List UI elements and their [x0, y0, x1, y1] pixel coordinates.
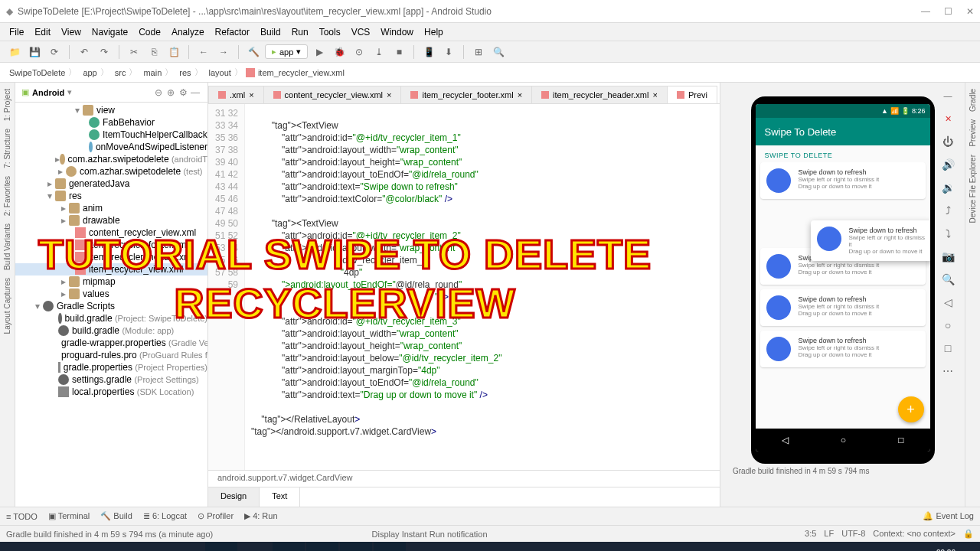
sync-icon[interactable]: ⟳	[46, 44, 63, 60]
menu-tools[interactable]: Tools	[315, 25, 345, 39]
menu-run[interactable]: Run	[287, 25, 313, 39]
node-footer[interactable]: item_recycler_footer.xml	[89, 240, 188, 250]
emu-home-icon[interactable]: ○	[939, 317, 956, 334]
cut-icon[interactable]: ✂	[126, 44, 142, 60]
node-pkg2[interactable]: com.azhar.swipetodelete	[80, 166, 181, 177]
tab-0[interactable]: .xml×	[208, 86, 264, 103]
node-bgproj[interactable]: build.gradle	[65, 313, 113, 324]
tb-store[interactable]: 🛍	[172, 542, 204, 551]
close-icon[interactable]: ✕	[966, 6, 974, 17]
power-icon[interactable]: ⏻	[939, 133, 956, 150]
save-icon[interactable]: 💾	[26, 44, 43, 60]
node-mipmap[interactable]: mipmap	[83, 276, 116, 287]
menu-help[interactable]: Help	[420, 25, 448, 39]
menu-build[interactable]: Build	[256, 25, 286, 39]
menu-edit[interactable]: Edit	[30, 25, 55, 39]
fab-add[interactable]: +	[898, 396, 924, 422]
menu-refactor[interactable]: Refactor	[211, 25, 254, 39]
node-pro[interactable]: proguard-rules.pro	[61, 350, 137, 360]
node-bgmod[interactable]: build.gradle	[72, 325, 119, 336]
node-lp[interactable]: local.properties	[72, 386, 134, 397]
tab-1[interactable]: content_recycler_view.xml×	[263, 86, 402, 103]
undo-icon[interactable]: ↶	[76, 44, 93, 60]
code-breadcrumb[interactable]: android.support.v7.widget.CardView	[208, 470, 720, 487]
sdk-icon[interactable]: ⬇	[440, 44, 457, 60]
debug-icon[interactable]: 🐞	[331, 44, 348, 60]
bc-0[interactable]: SwipeToDelete	[6, 68, 65, 77]
tb-ppt[interactable]: P	[340, 542, 372, 551]
tb-word[interactable]: W	[273, 542, 305, 551]
tab-design[interactable]: Design	[208, 487, 260, 507]
emu-close-icon[interactable]: ✕	[939, 110, 956, 127]
bc-2[interactable]: src	[112, 68, 126, 77]
forward-icon[interactable]: →	[215, 44, 232, 60]
tab-3[interactable]: item_recycler_header.xml×	[531, 86, 668, 103]
node-set[interactable]: settings.gradle	[72, 374, 132, 385]
tool-build[interactable]: 🔨 Build	[100, 511, 132, 521]
tool-todo[interactable]: ≡ TODO	[6, 512, 38, 521]
node-gp[interactable]: gradle.properties	[64, 362, 132, 373]
emu-overview-icon[interactable]: □	[939, 340, 956, 357]
emu-back-icon[interactable]: ◁	[939, 294, 956, 311]
node-header[interactable]: item_recycler_header.xml	[89, 252, 194, 262]
start-button[interactable]: ⊞	[3, 542, 35, 551]
more-icon[interactable]: ⋯	[939, 363, 956, 380]
nav-overview-icon[interactable]: □	[898, 435, 903, 445]
bc-3[interactable]: main	[140, 68, 162, 77]
tab-text[interactable]: Text	[260, 487, 300, 507]
line-ending[interactable]: LF	[824, 529, 834, 539]
tb-excel[interactable]: X	[205, 542, 237, 551]
list-item[interactable]: Swipe down to refreshSwipe left or right…	[760, 162, 926, 199]
tab-structure[interactable]: 7: Structure	[3, 129, 11, 168]
tb-outlook[interactable]: O	[374, 542, 406, 551]
redo-icon[interactable]: ↷	[96, 44, 113, 60]
encoding[interactable]: UTF-8	[841, 529, 865, 539]
search-icon[interactable]: 🔍	[490, 44, 507, 60]
tab-device-explorer[interactable]: Device File Explorer	[969, 155, 977, 223]
zoom-icon[interactable]: 🔍	[939, 271, 956, 288]
camera-icon[interactable]: 📷	[939, 248, 956, 265]
rotate-right-icon[interactable]: ⤵	[939, 225, 956, 242]
node-gradle[interactable]: Gradle Scripts	[57, 301, 115, 311]
tb-onenote[interactable]: N	[306, 542, 338, 551]
tool-profiler[interactable]: ⊙ Profiler	[198, 511, 234, 521]
code-body[interactable]: "tag"><TextView "attr">android:id="@+id/…	[245, 104, 720, 470]
node-itemrv[interactable]: item_recycler_view.xml	[89, 264, 183, 275]
node-contentrv[interactable]: content_recycler_view.xml	[89, 227, 196, 238]
back-icon[interactable]: ←	[195, 44, 212, 60]
node-anim[interactable]: anim	[83, 203, 103, 214]
copy-icon[interactable]: ⎘	[145, 44, 162, 60]
run-config[interactable]: ▸app ▾	[265, 44, 308, 59]
rotate-left-icon[interactable]: ⤴	[939, 202, 956, 219]
tab-variants[interactable]: Build Variants	[3, 223, 11, 270]
target-icon[interactable]: ⊕	[165, 87, 177, 98]
emu-minimize-icon[interactable]: —	[939, 87, 956, 104]
hide-icon[interactable]: —	[189, 87, 201, 98]
attach-icon[interactable]: ⤓	[371, 44, 387, 60]
node-genjava[interactable]: generatedJava	[69, 178, 129, 189]
event-log[interactable]: 🔔 Event Log	[923, 511, 974, 521]
tab-favorites[interactable]: 2: Favorites	[3, 176, 11, 216]
open-icon[interactable]: 📁	[6, 44, 23, 60]
node-res[interactable]: res	[69, 191, 82, 201]
tb-firefox[interactable]: 🦊	[239, 542, 271, 551]
menu-code[interactable]: Code	[134, 25, 165, 39]
gear-icon[interactable]: ⚙	[177, 87, 189, 98]
nav-back-icon[interactable]: ◁	[782, 435, 789, 445]
list-item[interactable]: Swipe down to refreshSwipe left or right…	[760, 331, 926, 367]
hammer-icon[interactable]: 🔨	[245, 44, 262, 60]
node-onmove[interactable]: onMoveAndSwipedListener	[96, 142, 207, 152]
tb-edge[interactable]: e	[104, 542, 136, 551]
tab-captures[interactable]: Layout Captures	[3, 278, 11, 334]
menu-vcs[interactable]: VCS	[347, 25, 375, 39]
tab-project[interactable]: 1: Project	[3, 89, 11, 121]
menu-navigate[interactable]: Navigate	[87, 25, 132, 39]
minimize-icon[interactable]: —	[921, 6, 930, 17]
tab-2[interactable]: item_recycler_footer.xml×	[400, 86, 532, 103]
paste-icon[interactable]: 📋	[165, 44, 182, 60]
bc-5[interactable]: layout	[206, 68, 231, 77]
tool-run[interactable]: ▶ 4: Run	[244, 511, 277, 521]
menu-file[interactable]: File	[5, 25, 28, 39]
tool-terminal[interactable]: ▣ Terminal	[48, 511, 90, 521]
project-view-label[interactable]: Android	[32, 88, 64, 97]
